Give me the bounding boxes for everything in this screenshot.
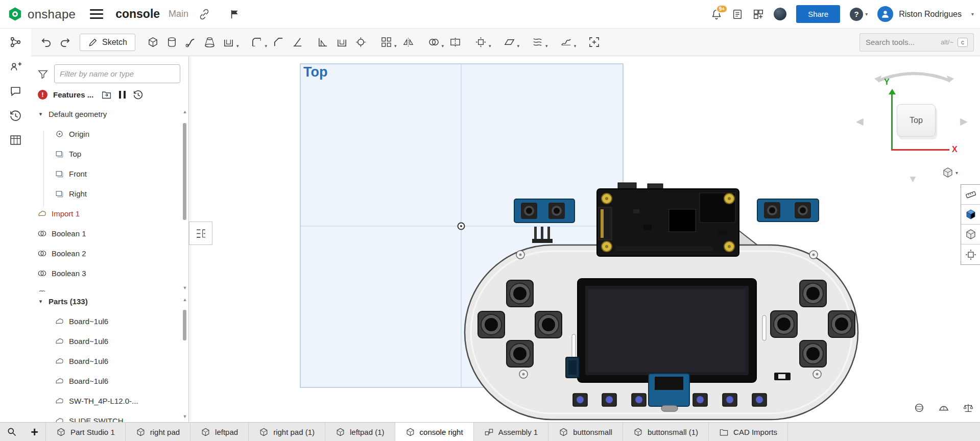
boolean-tool-icon[interactable] [424,32,443,53]
part-list-item[interactable]: Board~1ul6 [31,371,188,391]
copy-link-icon[interactable] [199,9,210,20]
scroll-up-icon[interactable]: ▲ [183,297,187,303]
tree-item-plane-front[interactable]: Front [31,164,188,184]
parts-scrollbar[interactable]: ▲ ▼ [182,297,188,420]
mirror-tool-icon[interactable] [399,32,418,53]
curve-dropdown-icon[interactable]: ▾ [545,43,548,48]
draft-analysis-button[interactable] [961,185,980,205]
scrollbar-thumb[interactable] [183,310,186,340]
share-button[interactable]: Share [796,5,840,23]
extrude-tool-icon[interactable] [144,32,162,53]
tab-right-pad-1[interactable]: right pad (1) [249,423,325,441]
view-cube-face-top[interactable]: Top [897,104,936,137]
suppress-pause-icon[interactable] [119,91,126,99]
versions-icon[interactable] [9,36,22,48]
fillet-tool-icon[interactable] [247,32,266,53]
box-select-tool-icon[interactable] [585,32,604,53]
redo-button[interactable] [56,32,75,53]
named-views-button[interactable] [961,244,980,264]
feature-list-flyout-button[interactable] [189,222,212,245]
tab-console-right[interactable]: console right [395,423,474,441]
onshape-logo[interactable]: onshape [7,6,76,22]
release-notes-icon[interactable] [732,9,743,20]
tree-item-boolean-1[interactable]: Boolean 1 [31,224,188,243]
user-menu-chevron-icon[interactable]: ▾ [971,11,974,17]
app-store-icon[interactable] [753,9,764,20]
tree-item-boolean-3[interactable]: Boolean 3 [31,263,188,283]
plane-tool-icon[interactable] [500,32,519,53]
part-list-item[interactable]: Board~1ul6 [31,351,188,371]
tab-buttonsmall[interactable]: buttonsmall [548,423,623,441]
follow-mode-icon[interactable] [9,60,22,73]
tab-cad-imports[interactable]: CAD Imports [709,423,788,441]
custom-tables-icon[interactable] [9,134,22,146]
section-view-button[interactable] [961,225,980,244]
surface-tool-icon[interactable] [557,32,576,53]
linear-pattern-tool-icon[interactable] [377,32,396,53]
part-list-item[interactable]: Board~1ul6 [31,311,188,331]
curve-tool-icon[interactable] [528,32,547,53]
notifications-button[interactable]: 9+ [711,9,722,20]
tab-part-studio-1[interactable]: Part Studio 1 [46,423,126,441]
chevron-down-icon[interactable]: ▾ [37,111,44,117]
visual-style-icon[interactable] [938,402,949,413]
rotate-down-icon[interactable]: ▼ [908,174,918,185]
avatar[interactable] [877,6,893,22]
split-tool-icon[interactable] [446,32,465,53]
search-tabs-icon[interactable] [0,423,23,441]
shell-tool-icon[interactable] [332,32,351,53]
parts-group-header[interactable]: ▾ Parts (133) [31,291,188,311]
draft-tool-icon[interactable] [288,32,307,53]
folder-insert-icon[interactable] [101,89,112,100]
error-badge[interactable]: ! [38,90,47,100]
scrollbar-thumb[interactable] [183,123,186,220]
scroll-down-icon[interactable]: ▼ [183,285,187,291]
part-list-item[interactable]: Board~1ul6 [31,331,188,351]
part-list-item[interactable]: SW-TH_4P-L12.0-... [31,391,188,411]
tree-item-import-1[interactable]: Import 1 [31,204,188,224]
rotate-right-icon[interactable]: ▶ [960,115,968,127]
boolean-dropdown-icon[interactable]: ▾ [442,43,444,48]
tree-item-default-geometry[interactable]: ▾ Default geometry [31,104,188,124]
help-menu[interactable]: ? ▾ [850,8,868,21]
appearance-icon[interactable] [914,402,925,413]
tab-assembly-1[interactable]: Assembly 1 [474,423,549,441]
3d-viewport-canvas[interactable]: Top [189,56,961,422]
add-tab-button[interactable]: + [23,423,46,441]
scroll-up-icon[interactable]: ▲ [183,109,187,115]
comments-icon[interactable] [9,85,22,97]
tree-item-origin[interactable]: Origin [31,124,188,144]
thicken-dropdown-icon[interactable]: ▾ [236,43,239,48]
globe-icon[interactable] [774,8,786,20]
tab-right-pad[interactable]: right pad [126,423,190,441]
chamfer-tool-icon[interactable] [269,32,288,53]
workspace-label[interactable]: Main [169,9,188,19]
flag-icon[interactable] [229,9,241,20]
pattern-dropdown-icon[interactable]: ▾ [394,43,397,48]
fillet-dropdown-icon[interactable]: ▾ [265,43,267,48]
history-icon[interactable] [9,109,22,122]
revolve-tool-icon[interactable] [162,32,181,53]
view-cube[interactable]: ◀ ▶ ▼ Y X Top ▾ [852,60,975,189]
main-menu-icon[interactable] [90,9,103,19]
plane-dropdown-icon[interactable]: ▾ [517,43,520,48]
tree-item-plane-top[interactable]: Top [31,144,188,164]
filter-funnel-icon[interactable] [37,68,49,80]
part-list-item[interactable]: SLIDE SWITCH... [31,411,188,422]
rotate-left-icon[interactable]: ◀ [856,115,864,127]
view-orientation-dropdown[interactable]: ▾ [942,166,958,179]
tree-item-plane-right[interactable]: Right [31,184,188,204]
filter-input[interactable] [54,64,180,83]
console-model[interactable] [465,183,858,420]
rib-tool-icon[interactable] [314,32,332,53]
tree-item-boolean-2[interactable]: Boolean 2 [31,243,188,263]
undo-button[interactable] [37,32,56,53]
thicken-tool-icon[interactable] [219,32,238,53]
search-tools-input[interactable]: Search tools... alt/~ c [859,33,974,52]
origin-point[interactable] [458,223,465,230]
transform-dropdown-icon[interactable]: ▾ [489,43,491,48]
loft-tool-icon[interactable] [200,32,219,53]
mass-properties-icon[interactable] [963,402,974,413]
hole-tool-icon[interactable] [351,32,370,53]
tab-leftpad[interactable]: leftpad [190,423,249,441]
